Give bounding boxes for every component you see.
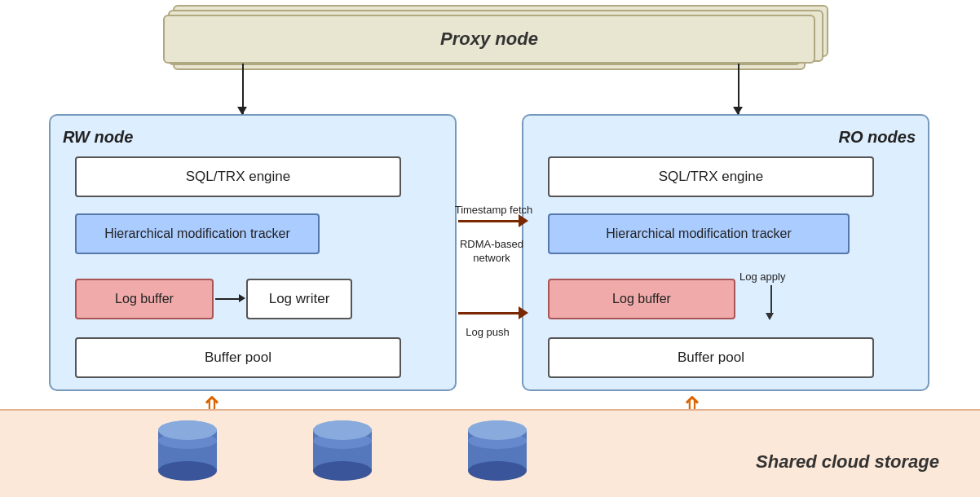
svg-point-14 — [468, 420, 527, 440]
svg-point-8 — [313, 461, 372, 481]
timestamp-fetch-arrow-line — [458, 220, 522, 222]
lb-lw-arrowhead — [239, 294, 245, 302]
proxy-to-ro-arrowhead — [733, 107, 743, 115]
ro-log-buffer-box: Log buffer — [548, 279, 735, 319]
svg-point-13 — [468, 461, 527, 481]
rw-hmt-label: Hierarchical modification tracker — [104, 227, 290, 241]
db-icon-3 — [465, 419, 530, 482]
rw-node-label: RW node — [63, 128, 443, 147]
ro-node-label: RO nodes — [536, 128, 916, 147]
log-apply-arrow-line — [770, 285, 772, 316]
log-push-arrowhead — [519, 306, 528, 319]
diagram: Proxy node RW node SQL/TRX engine Hierar… — [0, 0, 980, 497]
svg-point-9 — [313, 420, 372, 440]
ro-log-buffer-label: Log buffer — [612, 292, 671, 306]
cloud-storage-label: Shared cloud storage — [756, 451, 939, 473]
svg-point-4 — [158, 420, 217, 440]
rw-log-buffer-label: Log buffer — [115, 292, 174, 306]
rw-log-writer-label: Log writer — [269, 291, 330, 307]
ro-sql-trx-label: SQL/TRX engine — [659, 169, 764, 185]
rw-node: RW node SQL/TRX engine Hierarchical modi… — [49, 114, 457, 391]
rw-sql-trx-label: SQL/TRX engine — [186, 169, 291, 185]
db-icon-2 — [310, 419, 375, 482]
proxy-to-rw-arrowhead — [237, 107, 247, 115]
log-apply-arrowhead — [766, 313, 774, 320]
ro-node: RO nodes SQL/TRX engine Hierarchical mod… — [522, 114, 929, 391]
proxy-node-label: Proxy node — [440, 29, 538, 50]
log-push-label: Log push — [447, 326, 528, 338]
timestamp-fetch-arrowhead — [519, 214, 528, 227]
ro-buffer-pool-label: Buffer pool — [678, 350, 744, 366]
ro-sql-trx-box: SQL/TRX engine — [548, 156, 874, 197]
proxy-node: Proxy node — [163, 15, 815, 64]
db-icon-1 — [155, 419, 220, 482]
rdma-label: RDMA-based network — [443, 238, 541, 266]
rw-log-buffer-box: Log buffer — [75, 279, 214, 319]
rw-buffer-pool-label: Buffer pool — [205, 350, 271, 366]
log-apply-label: Log apply — [739, 270, 785, 283]
log-push-arrow-line — [458, 312, 522, 314]
ro-hmt-label: Hierarchical modification tracker — [606, 227, 792, 241]
svg-point-3 — [158, 461, 217, 481]
rw-hmt-box: Hierarchical modification tracker — [75, 213, 320, 254]
rw-buffer-pool-box: Buffer pool — [75, 337, 401, 378]
rw-log-writer-box: Log writer — [246, 279, 352, 319]
rw-sql-trx-box: SQL/TRX engine — [75, 156, 401, 197]
ro-hmt-box: Hierarchical modification tracker — [548, 213, 850, 254]
ro-buffer-pool-box: Buffer pool — [548, 337, 874, 378]
proxy-node-box: Proxy node — [163, 15, 815, 64]
